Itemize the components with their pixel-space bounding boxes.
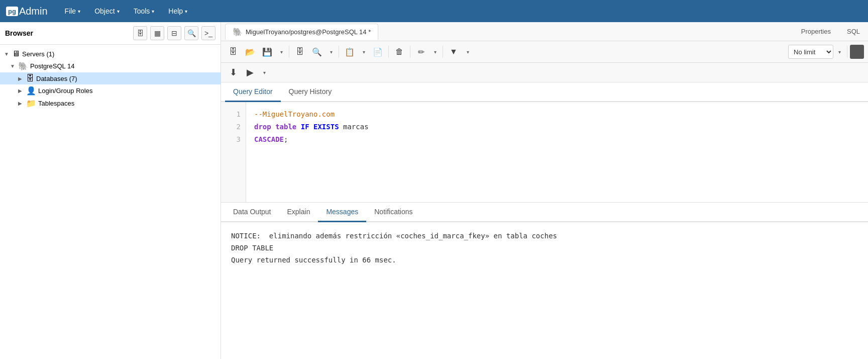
code-comment-1: --MiguelTroyano.com	[254, 110, 335, 118]
tab-query-editor[interactable]: Query Editor	[225, 82, 281, 102]
toolbar-open-btn[interactable]: 📂	[242, 44, 258, 59]
chevron-down-icon: ▼	[10, 63, 16, 69]
nav-menu: File ▾ Object ▾ Tools ▾ Help ▾	[58, 3, 195, 19]
tree-area: ▼ 🖥 Servers (1) ▼ 🐘 PostgreSQL 14 ▶ 🗄 Da…	[0, 45, 221, 359]
tree-item-databases[interactable]: ▶ 🗄 Databases (7)	[0, 72, 221, 84]
roles-icon: 👤	[26, 86, 36, 96]
sidebar-search-icon-btn[interactable]: 🔍	[184, 26, 198, 40]
toolbar-execute-btn[interactable]: ▶	[242, 65, 258, 80]
line-num-2: 2	[228, 121, 241, 133]
databases-icon: 🗄	[26, 74, 34, 83]
nav-file[interactable]: File ▾	[58, 3, 88, 19]
toolbar-execute-dropdown[interactable]: ▾	[259, 65, 269, 80]
toolbar-delete-btn[interactable]: 🗑	[391, 44, 407, 59]
bottom-tabs: Data Output Explain Messages Notificatio…	[221, 203, 868, 222]
chevron-right-icon: ▶	[18, 88, 24, 94]
chevron-down-icon: ▼	[4, 51, 10, 57]
code-editor[interactable]: 1 2 3 --MiguelTroyano.com drop table IF …	[221, 102, 868, 203]
right-tab-btns: Properties SQL	[797, 26, 864, 37]
logo-admin: Admin	[19, 6, 48, 17]
tab-explain[interactable]: Explain	[279, 203, 318, 222]
tree-label-databases: Databases (7)	[36, 75, 77, 82]
nav-object[interactable]: Object ▾	[87, 3, 126, 19]
separator-5	[443, 46, 443, 58]
sidebar: Browser 🗄 ▦ ⊟ 🔍 >_ ▼ 🖥 Servers (1) ▼ 🐘 P…	[0, 22, 221, 359]
toolbar-filter-dropdown[interactable]: ▾	[463, 44, 473, 59]
servers-icon: 🖥	[12, 49, 20, 58]
code-keyword-cascade: CASCADE	[254, 135, 284, 143]
tree-item-servers[interactable]: ▼ 🖥 Servers (1)	[0, 48, 221, 60]
code-keyword-ifexists: IF EXISTS	[301, 123, 339, 131]
toolbar-limit-dropdown[interactable]: ▾	[834, 44, 844, 59]
code-keyword-drop: drop table	[254, 123, 301, 131]
toolbar-search-btn[interactable]: 🔍	[309, 44, 325, 59]
tab-messages[interactable]: Messages	[318, 203, 366, 222]
chevron-right-icon: ▶	[18, 76, 24, 81]
chevron-right-icon: ▶	[18, 101, 24, 106]
sidebar-terminal-icon-btn[interactable]: >_	[201, 26, 215, 40]
toolbar-save-btn[interactable]: 💾	[259, 44, 275, 59]
logo-pg: pg	[6, 7, 18, 16]
tab-sql[interactable]: SQL	[843, 26, 864, 37]
main-layout: Browser 🗄 ▦ ⊟ 🔍 >_ ▼ 🖥 Servers (1) ▼ 🐘 P…	[0, 22, 868, 359]
toolbar-query-btn[interactable]: 🗄	[292, 44, 308, 59]
toolbar-download-btn[interactable]: ⬇	[225, 65, 241, 80]
toolbar-connect-btn[interactable]: 🗄	[225, 44, 241, 59]
tab-data-output[interactable]: Data Output	[225, 203, 279, 222]
sidebar-header: Browser 🗄 ▦ ⊟ 🔍 >_	[0, 22, 221, 45]
separator-6	[847, 46, 847, 58]
messages-area: NOTICE: eliminando además restricción «c…	[221, 222, 868, 359]
connection-tab[interactable]: 🐘 MiguelTroyano/postgres@PostgreSQL 14 *	[225, 24, 378, 40]
toolbar-row1: 🗄 📂 💾 ▾ 🗄 🔍 ▾ 📋 ▾ 📄 🗑 ✏ ▾ ▼ ▾ No limit 1…	[221, 41, 868, 63]
message-line-1: NOTICE: eliminando además restricción «c…	[231, 230, 858, 242]
message-line-2: DROP TABLE	[231, 242, 858, 254]
browser-title: Browser	[5, 29, 130, 37]
code-plain-marcas: marcas	[339, 123, 369, 131]
code-plain-semi: ;	[284, 135, 288, 143]
toolbar-save-dropdown[interactable]: ▾	[276, 44, 286, 59]
nav-help[interactable]: Help ▾	[161, 3, 194, 19]
tab-properties[interactable]: Properties	[797, 26, 835, 37]
toolbar-edit-btn[interactable]: ✏	[413, 44, 429, 59]
tree-label-roles: Login/Group Roles	[38, 87, 92, 95]
tree-item-tablespaces[interactable]: ▶ 📁 Tablespaces	[0, 97, 221, 110]
toolbar-stop-btn[interactable]	[850, 45, 864, 59]
chevron-down-icon: ▾	[117, 9, 120, 14]
message-line-4: Query returned successfully in 66 msec.	[231, 254, 858, 266]
sidebar-table-icon-btn[interactable]: ▦	[150, 26, 164, 40]
separator-3	[388, 46, 389, 58]
toolbar-paste-btn[interactable]: 📄	[370, 44, 386, 59]
connection-db-icon: 🐘	[233, 27, 243, 37]
chevron-down-icon: ▾	[185, 9, 187, 14]
separator-1	[289, 46, 289, 58]
editor-tabs: Query Editor Query History	[221, 82, 868, 102]
toolbar-search-dropdown[interactable]: ▾	[326, 44, 336, 59]
nav-tools[interactable]: Tools ▾	[127, 3, 162, 19]
toolbar-edit-dropdown[interactable]: ▾	[430, 44, 440, 59]
tree-item-roles[interactable]: ▶ 👤 Login/Group Roles	[0, 84, 221, 97]
connection-tab-label: MiguelTroyano/postgres@PostgreSQL 14 *	[246, 28, 371, 36]
tab-query-history[interactable]: Query History	[281, 82, 340, 102]
code-content[interactable]: --MiguelTroyano.com drop table IF EXISTS…	[246, 102, 868, 202]
toolbar-copy-dropdown[interactable]: ▾	[359, 44, 369, 59]
chevron-down-icon: ▾	[78, 9, 80, 14]
tablespaces-icon: 📁	[26, 99, 36, 108]
sidebar-grid-icon-btn[interactable]: ⊟	[167, 26, 181, 40]
tree-item-postgresql14[interactable]: ▼ 🐘 PostgreSQL 14	[0, 60, 221, 72]
line-num-1: 1	[228, 108, 241, 121]
right-panel: 🐘 MiguelTroyano/postgres@PostgreSQL 14 *…	[221, 22, 868, 359]
tab-notifications[interactable]: Notifications	[366, 203, 420, 222]
toolbar-filter-btn[interactable]: ▼	[446, 44, 462, 59]
tree-label-servers: Servers (1)	[22, 50, 54, 58]
separator-4	[410, 46, 410, 58]
chevron-down-icon: ▾	[152, 9, 154, 14]
sidebar-db-icon-btn[interactable]: 🗄	[133, 26, 147, 40]
line-numbers: 1 2 3	[221, 102, 246, 202]
toolbar-copy-btn[interactable]: 📋	[342, 44, 358, 59]
logo: pg Admin	[6, 6, 48, 17]
code-line-2: drop table IF EXISTS marcas	[254, 121, 860, 133]
tree-label-tablespaces: Tablespaces	[38, 100, 74, 107]
toolbar-limit-select[interactable]: No limit 100 500 1000	[788, 45, 833, 59]
toolbar-row2: ⬇ ▶ ▾	[221, 63, 868, 82]
code-line-3: CASCADE;	[254, 133, 860, 146]
